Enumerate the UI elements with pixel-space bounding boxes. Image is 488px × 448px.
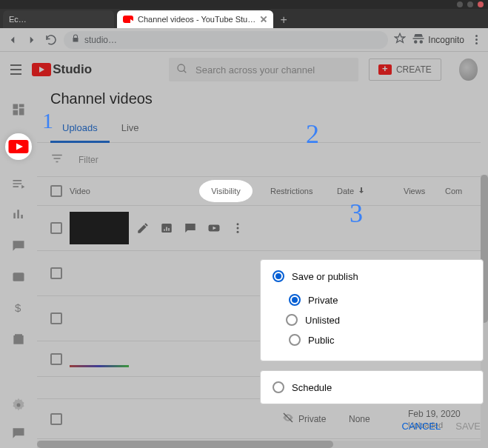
radio-icon bbox=[273, 381, 284, 393]
radio-private[interactable]: Private bbox=[273, 290, 471, 310]
youtube-play-icon[interactable] bbox=[207, 221, 221, 235]
tab-uploads[interactable]: Uploads bbox=[50, 115, 110, 143]
column-header-row: Video Visibility Restrictions Date Views… bbox=[37, 177, 481, 206]
edit-icon[interactable] bbox=[136, 221, 150, 235]
save-button[interactable]: SAVE bbox=[455, 421, 481, 432]
schedule-popover: Schedule bbox=[260, 370, 484, 404]
video-thumbnail[interactable] bbox=[70, 212, 129, 244]
sort-down-icon bbox=[357, 186, 366, 196]
youtube-icon bbox=[32, 63, 51, 76]
dashboard-icon[interactable] bbox=[11, 102, 26, 117]
studio-header: Studio Search across your channel CREATE bbox=[0, 52, 488, 87]
radio-label: Public bbox=[308, 335, 334, 346]
horizontal-scrollbar-thumb[interactable] bbox=[37, 441, 333, 448]
select-all-checkbox[interactable] bbox=[50, 185, 62, 197]
feedback-icon[interactable] bbox=[11, 426, 26, 441]
browser-tab-active[interactable]: Channel videos - YouTube Stu… bbox=[117, 10, 273, 28]
lock-icon bbox=[71, 34, 80, 45]
row-checkbox[interactable] bbox=[50, 267, 62, 279]
monetization-icon[interactable]: $ bbox=[11, 301, 26, 315]
create-icon bbox=[378, 64, 392, 75]
callout-1: 1 bbox=[42, 108, 53, 133]
browser-menu-button[interactable] bbox=[470, 35, 482, 44]
radio-icon bbox=[286, 314, 298, 326]
search-input[interactable]: Search across your channel bbox=[169, 58, 358, 81]
col-date[interactable]: Date bbox=[337, 186, 381, 196]
col-video[interactable]: Video bbox=[70, 187, 107, 195]
row-checkbox[interactable] bbox=[50, 222, 62, 234]
tab-label: Channel videos - YouTube Stu… bbox=[138, 15, 255, 24]
callout-2: 2 bbox=[306, 118, 319, 150]
close-tab-icon[interactable] bbox=[260, 16, 267, 23]
radio-unlisted[interactable]: Unlisted bbox=[270, 310, 471, 330]
subtitles-icon[interactable] bbox=[11, 270, 26, 284]
filter-label[interactable]: Filter bbox=[78, 155, 98, 165]
address-bar[interactable]: studio… bbox=[64, 31, 388, 49]
forward-button[interactable] bbox=[25, 33, 39, 47]
library-icon[interactable] bbox=[11, 332, 26, 347]
video-thumbnail[interactable] bbox=[70, 257, 129, 290]
left-rail: $ bbox=[0, 87, 37, 448]
row-checkbox[interactable] bbox=[50, 312, 62, 324]
avatar[interactable] bbox=[459, 58, 478, 81]
videos-icon[interactable] bbox=[5, 133, 32, 160]
tab-live[interactable]: Live bbox=[110, 115, 151, 142]
incognito-label: Incognito bbox=[428, 35, 464, 45]
video-thumbnail[interactable] bbox=[70, 365, 129, 367]
window-titlebar bbox=[0, 0, 488, 9]
new-tab-button[interactable]: + bbox=[276, 13, 291, 28]
popover-title-row: Save or publish bbox=[273, 270, 471, 282]
window-close[interactable] bbox=[478, 1, 484, 7]
cancel-button[interactable]: CANCEL bbox=[402, 421, 441, 432]
row-checkbox[interactable] bbox=[50, 353, 62, 365]
filter-icon[interactable] bbox=[50, 152, 64, 167]
incognito-icon bbox=[412, 33, 425, 46]
studio-logo[interactable]: Studio bbox=[32, 62, 92, 77]
col-restrictions[interactable]: Restrictions bbox=[270, 187, 315, 195]
settings-icon[interactable] bbox=[11, 398, 26, 412]
row-checkbox[interactable] bbox=[50, 413, 62, 425]
video-thumbnail[interactable] bbox=[70, 302, 129, 335]
url-text: studio… bbox=[84, 35, 117, 45]
analytics-icon[interactable] bbox=[160, 221, 173, 235]
radio-label: Unlisted bbox=[305, 315, 340, 326]
search-placeholder: Search across your channel bbox=[195, 64, 315, 76]
radio-selected-icon bbox=[273, 270, 284, 282]
analytics-icon[interactable] bbox=[11, 207, 26, 222]
radio-icon bbox=[289, 294, 301, 306]
svg-text:$: $ bbox=[15, 301, 21, 314]
video-row-active[interactable] bbox=[37, 206, 481, 251]
main-content: Channel videos Uploads Live Filter Video… bbox=[37, 87, 488, 448]
create-button[interactable]: CREATE bbox=[369, 58, 441, 81]
col-visibility[interactable]: Visibility bbox=[204, 184, 248, 198]
radio-label: Private bbox=[308, 295, 338, 306]
comments-icon[interactable] bbox=[184, 221, 197, 235]
menu-icon[interactable] bbox=[10, 64, 21, 75]
svg-rect-2 bbox=[13, 273, 24, 281]
schedule-row[interactable]: Schedule bbox=[273, 381, 471, 393]
svg-point-0 bbox=[178, 64, 184, 71]
col-comments[interactable]: Com bbox=[445, 187, 467, 195]
playlists-icon[interactable] bbox=[11, 176, 26, 191]
visibility-popover: Save or publish Private Unlisted Public bbox=[260, 259, 484, 361]
browser-tab-inactive[interactable]: Ec… bbox=[3, 10, 114, 28]
radio-icon bbox=[289, 334, 301, 346]
more-icon[interactable] bbox=[231, 221, 244, 235]
filter-row: Filter bbox=[37, 143, 481, 177]
svg-point-8 bbox=[237, 227, 239, 230]
star-icon[interactable] bbox=[394, 33, 406, 47]
logo-text: Studio bbox=[53, 62, 92, 77]
svg-point-9 bbox=[237, 231, 239, 233]
radio-public[interactable]: Public bbox=[273, 330, 471, 350]
tab-label: Ec… bbox=[9, 15, 27, 24]
comments-icon[interactable] bbox=[11, 238, 26, 253]
col-date-label: Date bbox=[337, 187, 354, 195]
back-button[interactable] bbox=[6, 33, 19, 47]
svg-point-7 bbox=[237, 223, 239, 225]
reload-button[interactable] bbox=[44, 33, 58, 47]
visibility-popover-wrap: Save or publish Private Unlisted Public bbox=[260, 259, 484, 436]
window-minimize[interactable] bbox=[457, 1, 463, 7]
col-views[interactable]: Views bbox=[404, 187, 433, 195]
window-maximize[interactable] bbox=[467, 1, 473, 7]
youtube-favicon bbox=[123, 16, 133, 23]
